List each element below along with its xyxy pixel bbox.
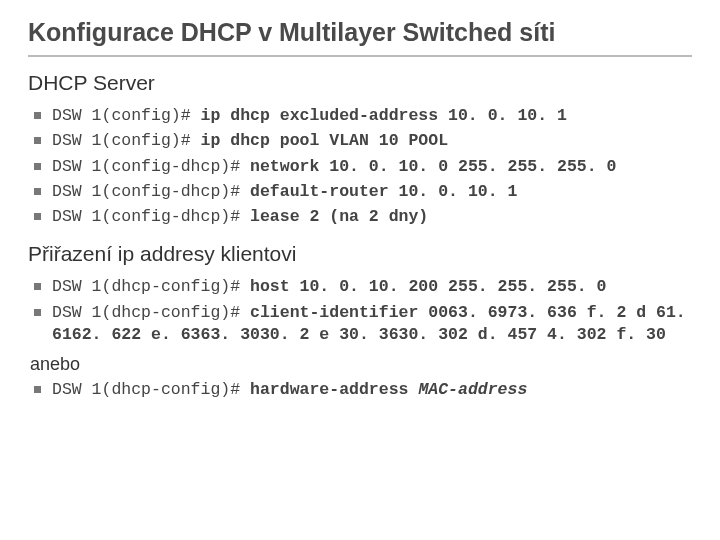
section-heading-dhcp-server: DHCP Server xyxy=(28,71,692,95)
list-item: DSW 1(config-dhcp)# lease 2 (na 2 dny) xyxy=(34,206,692,228)
cli-prompt: DSW 1(config)# xyxy=(52,131,201,150)
page-title: Konfigurace DHCP v Multilayer Switched s… xyxy=(28,18,692,57)
cli-prompt: DSW 1(config)# xyxy=(52,106,201,125)
list-item: DSW 1(dhcp-config)# host 10. 0. 10. 200 … xyxy=(34,276,692,298)
cli-command: hardware-address xyxy=(250,380,418,399)
cli-prompt: DSW 1(dhcp-config)# xyxy=(52,380,250,399)
list-item: DSW 1(config)# ip dhcp excluded-address … xyxy=(34,105,692,127)
command-list-client-alt: DSW 1(dhcp-config)# hardware-address MAC… xyxy=(28,379,692,401)
cli-prompt: DSW 1(dhcp-config)# xyxy=(52,303,250,322)
cli-prompt: DSW 1(dhcp-config)# xyxy=(52,277,250,296)
list-item: DSW 1(dhcp-config)# client-identifier 00… xyxy=(34,302,692,347)
list-item: DSW 1(config)# ip dhcp pool VLAN 10 POOL xyxy=(34,130,692,152)
or-label: anebo xyxy=(30,354,692,375)
cli-prompt: DSW 1(config-dhcp)# xyxy=(52,182,250,201)
cli-command: lease 2 (na 2 dny) xyxy=(250,207,428,226)
cli-command: ip dhcp pool VLAN 10 POOL xyxy=(201,131,449,150)
cli-prompt: DSW 1(config-dhcp)# xyxy=(52,157,250,176)
list-item: DSW 1(dhcp-config)# hardware-address MAC… xyxy=(34,379,692,401)
command-list-server: DSW 1(config)# ip dhcp excluded-address … xyxy=(28,105,692,228)
list-item: DSW 1(config-dhcp)# network 10. 0. 10. 0… xyxy=(34,156,692,178)
list-item: DSW 1(config-dhcp)# default-router 10. 0… xyxy=(34,181,692,203)
cli-argument: MAC-address xyxy=(418,380,527,399)
cli-prompt: DSW 1(config-dhcp)# xyxy=(52,207,250,226)
cli-command: default-router 10. 0. 10. 1 xyxy=(250,182,517,201)
cli-command: network 10. 0. 10. 0 255. 255. 255. 0 xyxy=(250,157,616,176)
section-heading-client-assignment: Přiřazení ip addresy klientovi xyxy=(28,242,692,266)
cli-command: host 10. 0. 10. 200 255. 255. 255. 0 xyxy=(250,277,606,296)
command-list-client: DSW 1(dhcp-config)# host 10. 0. 10. 200 … xyxy=(28,276,692,346)
cli-command: ip dhcp excluded-address 10. 0. 10. 1 xyxy=(201,106,567,125)
slide: Konfigurace DHCP v Multilayer Switched s… xyxy=(0,0,720,427)
